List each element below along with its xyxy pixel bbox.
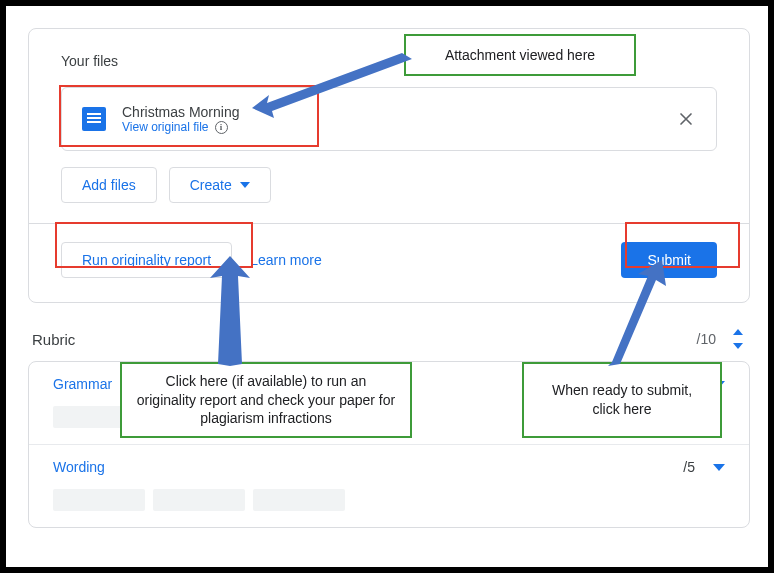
rubric-item-wording[interactable]: Wording /5 xyxy=(29,444,749,527)
placeholder-box xyxy=(253,489,345,511)
rubric-item-points: /5 xyxy=(683,459,695,475)
placeholder-box xyxy=(153,489,245,511)
placeholder-box xyxy=(53,406,145,428)
run-originality-report-label: Run originality report xyxy=(82,252,211,268)
chevron-down-icon xyxy=(240,182,250,188)
your-files-card: Your files Christmas Morning View origin… xyxy=(28,28,750,303)
google-doc-icon xyxy=(82,107,106,131)
submit-label: Submit xyxy=(647,252,691,268)
remove-attachment-button[interactable] xyxy=(676,109,696,129)
chevron-down-icon[interactable] xyxy=(713,381,725,388)
create-label: Create xyxy=(190,177,232,193)
attachment-title: Christmas Morning xyxy=(122,104,239,120)
run-originality-report-button[interactable]: Run originality report xyxy=(61,242,232,278)
submit-button[interactable]: Submit xyxy=(621,242,717,278)
learn-more-link[interactable]: Learn more xyxy=(250,252,322,268)
create-button[interactable]: Create xyxy=(169,167,271,203)
rubric-item-name: Wording xyxy=(53,459,105,475)
rubric-item-grammar[interactable]: Grammar xyxy=(29,362,749,444)
attachment-row[interactable]: Christmas Morning View original file xyxy=(61,87,717,151)
rubric-heading: Rubric xyxy=(32,331,75,348)
placeholder-box xyxy=(53,489,145,511)
add-files-label: Add files xyxy=(82,177,136,193)
unfold-icon[interactable] xyxy=(730,329,746,349)
info-icon[interactable] xyxy=(215,121,228,134)
view-original-file-link[interactable]: View original file xyxy=(122,120,209,134)
your-files-heading: Your files xyxy=(61,53,717,69)
add-files-button[interactable]: Add files xyxy=(61,167,157,203)
rubric-card: Grammar Wording /5 xyxy=(28,361,750,528)
chevron-down-icon[interactable] xyxy=(713,464,725,471)
rubric-total-score: /10 xyxy=(697,331,716,347)
rubric-header: Rubric /10 xyxy=(28,329,750,349)
rubric-item-name: Grammar xyxy=(53,376,112,392)
